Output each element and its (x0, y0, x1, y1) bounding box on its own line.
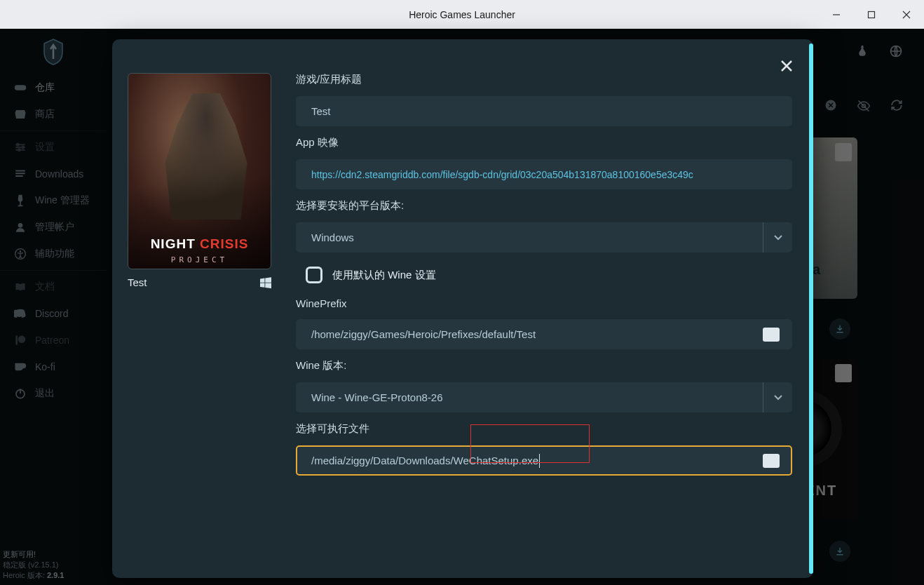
wine-version-select[interactable]: Wine - Wine-GE-Proton8-26 (296, 382, 792, 412)
close-icon (902, 11, 911, 19)
title-label: 游戏/应用标题 (296, 73, 792, 86)
maximize-button[interactable] (854, 0, 889, 29)
form-column: 游戏/应用标题 Test App 映像 https://cdn2.steamgr… (296, 73, 792, 567)
wineprefix-label: WinePrefix (296, 297, 792, 309)
cover-art-image[interactable]: NIGHT CRISIS PROJECT (128, 73, 271, 269)
add-game-modal: NIGHT CRISIS PROJECT Test 游戏/应用标题 Test A… (112, 39, 813, 578)
default-wine-checkbox[interactable]: 使用默认的 Wine 设置 (296, 262, 792, 288)
window-title: Heroic Games Launcher (409, 9, 515, 20)
executable-input-wrap: /media/ziggy/Data/Downloads/WeChatSetup.… (296, 445, 792, 476)
image-label: App 映像 (296, 136, 792, 149)
cover-logo-sub: PROJECT (128, 255, 271, 264)
text-cursor (539, 454, 540, 468)
cover-title-row: Test (128, 276, 271, 288)
title-input[interactable]: Test (296, 96, 792, 126)
platform-select[interactable]: Windows (296, 222, 792, 253)
modal-close-button[interactable] (778, 58, 795, 74)
modal-content: NIGHT CRISIS PROJECT Test 游戏/应用标题 Test A… (128, 73, 792, 567)
image-url-input[interactable]: https://cdn2.steamgriddb.com/file/sgdb-c… (296, 159, 792, 189)
window-controls (819, 0, 924, 29)
close-button[interactable] (889, 0, 924, 29)
cover-column: NIGHT CRISIS PROJECT Test (128, 73, 271, 567)
app-body: Alba LAMENT 仓库商店设置DownloadsWine 管理器管理帐户辅… (0, 29, 924, 585)
wineprefix-input-wrap: /home/ziggy/Games/Heroic/Prefixes/defaul… (296, 319, 792, 349)
platform-label: 选择要安装的平台版本: (296, 199, 792, 213)
executable-input[interactable]: /media/ziggy/Data/Downloads/WeChatSetup.… (296, 445, 792, 476)
minimize-button[interactable] (819, 0, 854, 29)
folder-icon[interactable] (763, 454, 780, 468)
titlebar: Heroic Games Launcher (0, 0, 924, 29)
cover-game-title: Test (128, 276, 147, 288)
svg-rect-0 (869, 11, 875, 18)
maximize-icon (867, 11, 876, 19)
cover-logo-text: NIGHT CRISIS (128, 236, 271, 252)
folder-icon[interactable] (763, 328, 780, 342)
chevron-down-icon (763, 382, 792, 412)
executable-label: 选择可执行文件 (296, 422, 792, 436)
windows-icon (260, 277, 271, 288)
modal-scrollbar[interactable] (809, 43, 813, 574)
minimize-icon (832, 11, 841, 19)
checkbox-icon (306, 267, 322, 283)
close-icon (780, 60, 793, 72)
chevron-down-icon (763, 222, 792, 253)
wine-version-label: Wine 版本: (296, 359, 792, 372)
wineprefix-input[interactable]: /home/ziggy/Games/Heroic/Prefixes/defaul… (296, 319, 792, 349)
